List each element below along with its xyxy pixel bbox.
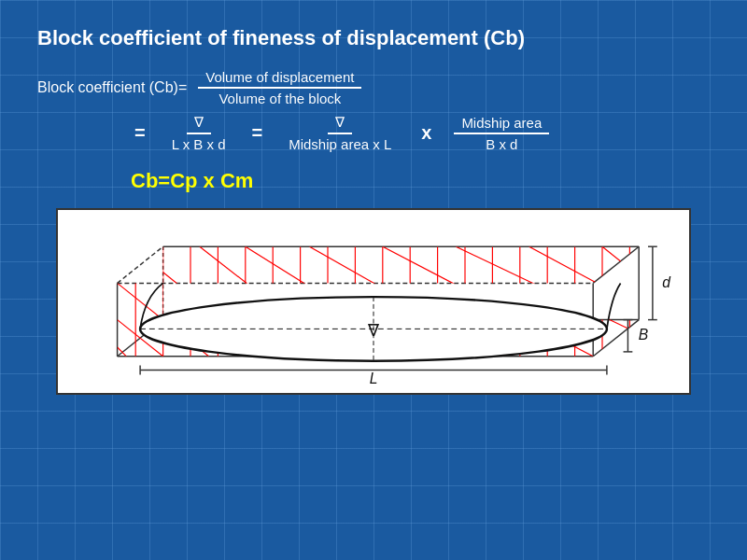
fraction-3: ∇ Midship area x L xyxy=(281,114,399,152)
slide-title: Block coefficient of fineness of displac… xyxy=(37,26,710,50)
block-coeff-label: Block coefficient (Cb)= xyxy=(37,79,187,96)
svg-text:L: L xyxy=(370,371,378,386)
eq-sign-2: = xyxy=(252,122,263,144)
frac2-denom: Midship area x L xyxy=(281,134,399,152)
main-fraction: Volume of displacement Volume of the blo… xyxy=(198,69,361,106)
x-sign: x xyxy=(421,122,431,144)
cb-formula: Cb=Cp x Cm xyxy=(131,169,710,193)
diagram-svg: ∇ L B d xyxy=(58,210,689,393)
block-coeff-line: Block coefficient (Cb)= Volume of displa… xyxy=(37,69,710,106)
denominator-1: Volume of the block xyxy=(211,89,348,106)
formula-section: Block coefficient (Cb)= Volume of displa… xyxy=(37,69,710,152)
fraction-4: Midship area B x d xyxy=(454,115,549,152)
svg-text:d: d xyxy=(662,274,671,290)
fraction-2: ∇ L x B x d xyxy=(164,114,233,152)
svg-text:B: B xyxy=(639,327,648,343)
ship-diagram: ∇ L B d xyxy=(56,208,691,395)
numerator-1: Volume of displacement xyxy=(198,69,361,89)
nabla-1: ∇ xyxy=(187,114,211,134)
midship-denom: B x d xyxy=(478,134,525,152)
midship-num: Midship area xyxy=(454,115,549,134)
slide-content: Block coefficient of fineness of displac… xyxy=(0,0,747,413)
svg-text:∇: ∇ xyxy=(367,321,380,340)
eq-sign-1: = xyxy=(134,122,146,144)
nabla-2: ∇ xyxy=(328,114,352,134)
frac1-denom: L x B x d xyxy=(164,134,233,152)
equals-line: = ∇ L x B x d = ∇ Midship area x L x Mid… xyxy=(131,114,710,152)
